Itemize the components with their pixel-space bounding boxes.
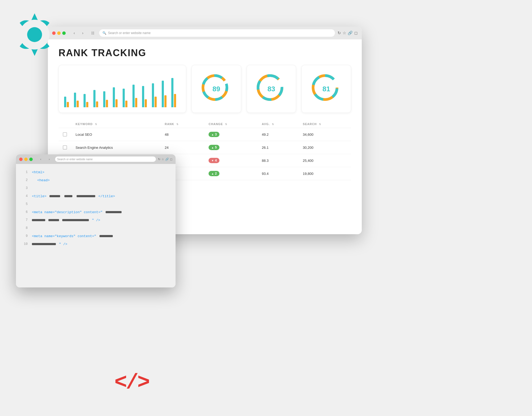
bar-chart xyxy=(64,78,181,107)
col-checkbox xyxy=(59,120,71,128)
code-toolbar-actions: ↻ ☆ 🔗 ◻ xyxy=(158,158,172,161)
bar-group-11 xyxy=(171,78,181,107)
change-arrow-1: ▲ xyxy=(211,146,214,149)
code-copy-icon[interactable]: ◻ xyxy=(170,158,172,161)
bar-teal-8 xyxy=(142,86,144,107)
gear-icon xyxy=(8,8,61,61)
bar-orange-5 xyxy=(115,99,118,107)
sort-keyword-icon: ⇅ xyxy=(95,123,97,126)
code-line-4: 4 <title> </title> xyxy=(16,192,176,200)
copy-icon[interactable]: ◻ xyxy=(354,31,358,35)
toolbar-actions: ↻ ☆ 🔗 ◻ xyxy=(338,31,358,35)
code-browser-window: ‹ › Search or enter website name ↻ ☆ 🔗 ◻… xyxy=(16,154,176,287)
cell-search-0: 34,600 xyxy=(298,128,351,141)
sort-avg-icon: ⇅ xyxy=(272,123,274,126)
change-value-0: 3 xyxy=(215,133,217,136)
bar-teal-2 xyxy=(84,94,86,107)
cell-avg-0: 49.2 xyxy=(257,128,298,141)
forward-button[interactable]: › xyxy=(79,29,86,37)
code-nav-buttons: ‹ › xyxy=(37,155,53,163)
gauge-card-2: 83 xyxy=(247,65,296,113)
code-minimize-button[interactable] xyxy=(24,158,28,161)
cell-keyword-0: Local SEO xyxy=(71,128,160,141)
cell-change-0: ▲3 xyxy=(204,128,257,141)
cell-keyword-1: Search Engine Analytics xyxy=(71,141,160,154)
code-refresh-icon[interactable]: ↻ xyxy=(158,158,160,161)
code-line-8: 8 xyxy=(16,224,176,232)
charts-row: 89 83 xyxy=(59,65,351,113)
change-badge-0: ▲3 xyxy=(209,132,219,137)
bar-group-10 xyxy=(162,81,171,107)
code-address-bar[interactable]: Search or enter website name xyxy=(55,156,156,162)
code-maximize-button[interactable] xyxy=(29,158,33,161)
change-value-1: 5 xyxy=(215,146,217,149)
bar-group-1 xyxy=(74,93,83,107)
search-placeholder: Search or enter website name xyxy=(108,31,151,35)
gauge-wrapper-1: 89 xyxy=(200,73,232,105)
gauge-value-1: 89 xyxy=(213,85,220,93)
bar-teal-4 xyxy=(103,91,105,107)
gauge-wrapper-3: 81 xyxy=(310,73,342,105)
gauge-card-1: 89 xyxy=(192,65,241,113)
star-icon[interactable]: ☆ xyxy=(343,31,346,35)
col-search[interactable]: SEARCH ⇅ xyxy=(298,120,351,128)
bar-group-0 xyxy=(64,97,73,107)
col-keyword[interactable]: KEYWORD ⇅ xyxy=(71,120,160,128)
bar-group-2 xyxy=(84,94,93,107)
share-icon[interactable]: 🔗 xyxy=(348,31,353,35)
bar-teal-10 xyxy=(162,81,164,107)
col-change[interactable]: CHANGE ⇅ xyxy=(204,120,257,128)
bar-teal-3 xyxy=(93,90,95,107)
cell-avg-2: 88.3 xyxy=(257,154,298,167)
cell-rank-1: 24 xyxy=(160,141,204,154)
change-arrow-0: ▲ xyxy=(211,133,214,136)
bar-teal-1 xyxy=(74,93,76,107)
bar-teal-9 xyxy=(152,83,154,107)
svg-point-1 xyxy=(27,27,42,42)
bar-chart-card xyxy=(59,65,186,113)
row-checkbox-1[interactable] xyxy=(63,145,67,150)
change-arrow-3: ▲ xyxy=(211,172,214,175)
change-value-2: 4 xyxy=(215,159,217,162)
code-traffic-lights xyxy=(19,158,33,161)
row-checkbox-0[interactable] xyxy=(63,132,67,137)
code-content: 1 <html> 2 <head> 3 4 <title> </title> 5 xyxy=(16,164,176,287)
back-button[interactable]: ‹ xyxy=(70,29,78,37)
code-close-button[interactable] xyxy=(19,158,23,161)
cell-change-3: ▲2 xyxy=(204,167,257,180)
code-share-icon[interactable]: 🔗 xyxy=(165,158,169,161)
tab-icon: ☷ xyxy=(89,29,97,37)
change-arrow-2: ▼ xyxy=(211,159,214,162)
cell-search-3: 19,800 xyxy=(298,167,351,180)
bar-orange-1 xyxy=(77,101,79,107)
bar-orange-7 xyxy=(135,98,137,107)
sort-change-icon: ⇅ xyxy=(225,123,227,126)
cell-change-2: ▼4 xyxy=(204,154,257,167)
nav-buttons: ‹ › xyxy=(70,29,86,37)
code-line-6: 6 <meta name="description" content=" xyxy=(16,208,176,216)
code-back-button[interactable]: ‹ xyxy=(37,155,44,163)
address-bar[interactable]: 🔍 Search or enter website name xyxy=(99,29,335,37)
code-star-icon[interactable]: ☆ xyxy=(161,158,164,161)
cell-avg-1: 26.1 xyxy=(257,141,298,154)
refresh-icon[interactable]: ↻ xyxy=(338,31,341,35)
bar-group-6 xyxy=(123,89,132,107)
col-avg[interactable]: AVG. ⇅ xyxy=(257,120,298,128)
bar-orange-3 xyxy=(96,101,98,107)
bar-group-4 xyxy=(103,91,113,107)
sort-search-icon: ⇅ xyxy=(319,123,321,126)
cell-change-1: ▲5 xyxy=(204,141,257,154)
col-rank[interactable]: RANK ⇅ xyxy=(160,120,204,128)
bar-teal-5 xyxy=(113,87,115,107)
bar-group-5 xyxy=(113,87,122,107)
code-line-9: 9 <meta name="keywords" content=" xyxy=(16,232,176,240)
cell-search-1: 30,200 xyxy=(298,141,351,154)
main-browser-toolbar: ‹ › ☷ 🔍 Search or enter website name ↻ ☆… xyxy=(48,27,362,39)
cell-search-2: 25,400 xyxy=(298,154,351,167)
bar-group-8 xyxy=(142,86,151,107)
code-forward-button[interactable]: › xyxy=(45,155,53,163)
bar-orange-4 xyxy=(106,100,108,107)
bar-orange-11 xyxy=(174,94,176,107)
maximize-button[interactable] xyxy=(62,31,66,35)
gauge-card-3: 81 xyxy=(301,65,351,113)
